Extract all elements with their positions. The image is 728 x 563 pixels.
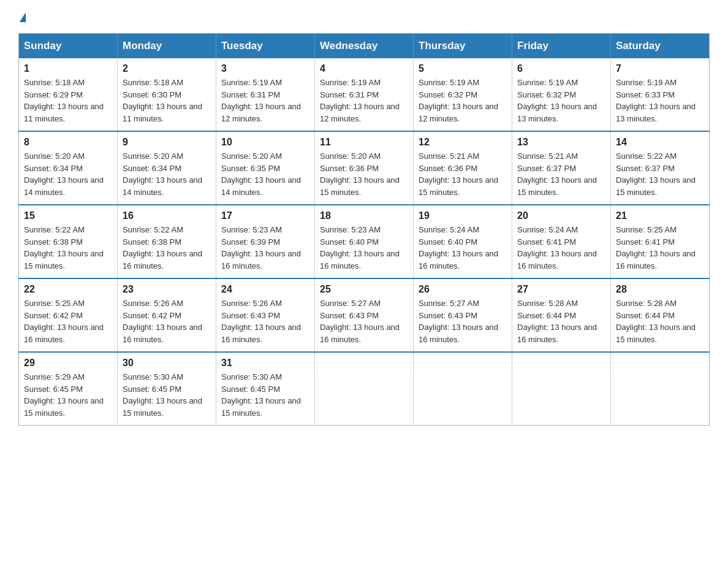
- day-number: 21: [616, 210, 704, 221]
- calendar-cell: 23 Sunrise: 5:26 AMSunset: 6:42 PMDaylig…: [118, 278, 216, 352]
- day-info: Sunrise: 5:21 AMSunset: 6:37 PMDaylight:…: [517, 151, 597, 197]
- day-info: Sunrise: 5:25 AMSunset: 6:41 PMDaylight:…: [616, 225, 696, 270]
- day-info: Sunrise: 5:28 AMSunset: 6:44 PMDaylight:…: [616, 299, 696, 344]
- day-info: Sunrise: 5:20 AMSunset: 6:36 PMDaylight:…: [320, 151, 400, 197]
- day-info: Sunrise: 5:23 AMSunset: 6:39 PMDaylight:…: [221, 225, 301, 270]
- header-thursday: Thursday: [414, 34, 512, 59]
- day-info: Sunrise: 5:20 AMSunset: 6:34 PMDaylight:…: [123, 151, 202, 197]
- calendar-cell: 16 Sunrise: 5:22 AMSunset: 6:38 PMDaylig…: [118, 205, 216, 278]
- day-number: 12: [419, 137, 507, 148]
- day-number: 5: [419, 63, 507, 74]
- day-info: Sunrise: 5:27 AMSunset: 6:43 PMDaylight:…: [419, 299, 498, 344]
- day-number: 1: [24, 63, 112, 74]
- calendar-week-2: 8 Sunrise: 5:20 AMSunset: 6:34 PMDayligh…: [19, 131, 710, 205]
- day-number: 7: [616, 63, 704, 74]
- calendar-cell: [512, 352, 611, 426]
- calendar-cell: 9 Sunrise: 5:20 AMSunset: 6:34 PMDayligh…: [118, 131, 216, 205]
- day-number: 18: [320, 210, 408, 221]
- calendar-cell: 13 Sunrise: 5:21 AMSunset: 6:37 PMDaylig…: [512, 131, 611, 205]
- day-info: Sunrise: 5:21 AMSunset: 6:36 PMDaylight:…: [419, 151, 498, 197]
- calendar-cell: 5 Sunrise: 5:19 AMSunset: 6:32 PMDayligh…: [414, 58, 512, 131]
- calendar-cell: 2 Sunrise: 5:18 AMSunset: 6:30 PMDayligh…: [118, 58, 216, 131]
- day-number: 2: [123, 63, 211, 74]
- calendar-cell: 17 Sunrise: 5:23 AMSunset: 6:39 PMDaylig…: [216, 205, 315, 278]
- day-number: 3: [221, 63, 309, 74]
- day-info: Sunrise: 5:18 AMSunset: 6:30 PMDaylight:…: [123, 78, 202, 123]
- calendar-cell: 4 Sunrise: 5:19 AMSunset: 6:31 PMDayligh…: [315, 58, 414, 131]
- day-info: Sunrise: 5:18 AMSunset: 6:29 PMDaylight:…: [24, 78, 104, 123]
- calendar-cell: 6 Sunrise: 5:19 AMSunset: 6:32 PMDayligh…: [512, 58, 611, 131]
- day-number: 6: [517, 63, 605, 74]
- day-number: 26: [419, 284, 507, 295]
- day-info: Sunrise: 5:19 AMSunset: 6:32 PMDaylight:…: [517, 78, 597, 123]
- header-monday: Monday: [118, 34, 216, 59]
- day-info: Sunrise: 5:26 AMSunset: 6:43 PMDaylight:…: [221, 299, 301, 344]
- day-info: Sunrise: 5:23 AMSunset: 6:40 PMDaylight:…: [320, 225, 400, 270]
- calendar-cell: 8 Sunrise: 5:20 AMSunset: 6:34 PMDayligh…: [19, 131, 118, 205]
- day-number: 22: [24, 284, 112, 295]
- day-number: 10: [221, 137, 309, 148]
- calendar-cell: 1 Sunrise: 5:18 AMSunset: 6:29 PMDayligh…: [19, 58, 118, 131]
- calendar-cell: 22 Sunrise: 5:25 AMSunset: 6:42 PMDaylig…: [19, 278, 118, 352]
- day-info: Sunrise: 5:28 AMSunset: 6:44 PMDaylight:…: [517, 299, 597, 344]
- calendar-cell: 27 Sunrise: 5:28 AMSunset: 6:44 PMDaylig…: [512, 278, 611, 352]
- day-info: Sunrise: 5:19 AMSunset: 6:31 PMDaylight:…: [221, 78, 301, 123]
- calendar-cell: 15 Sunrise: 5:22 AMSunset: 6:38 PMDaylig…: [19, 205, 118, 278]
- calendar-cell: 28 Sunrise: 5:28 AMSunset: 6:44 PMDaylig…: [611, 278, 710, 352]
- day-number: 25: [320, 284, 408, 295]
- calendar-cell: 29 Sunrise: 5:29 AMSunset: 6:45 PMDaylig…: [19, 352, 118, 426]
- calendar-cell: 3 Sunrise: 5:19 AMSunset: 6:31 PMDayligh…: [216, 58, 315, 131]
- day-number: 19: [419, 210, 507, 221]
- day-info: Sunrise: 5:30 AMSunset: 6:45 PMDaylight:…: [123, 372, 202, 418]
- day-number: 29: [24, 358, 112, 369]
- day-info: Sunrise: 5:26 AMSunset: 6:42 PMDaylight:…: [123, 299, 202, 344]
- day-info: Sunrise: 5:19 AMSunset: 6:31 PMDaylight:…: [320, 78, 400, 123]
- day-info: Sunrise: 5:30 AMSunset: 6:45 PMDaylight:…: [221, 372, 301, 418]
- calendar-cell: [611, 352, 710, 426]
- header-saturday: Saturday: [611, 34, 710, 59]
- calendar-cell: 21 Sunrise: 5:25 AMSunset: 6:41 PMDaylig…: [611, 205, 710, 278]
- logo-triangle-icon: [20, 12, 26, 22]
- day-info: Sunrise: 5:19 AMSunset: 6:33 PMDaylight:…: [616, 78, 696, 123]
- day-number: 20: [517, 210, 605, 221]
- calendar-cell: 14 Sunrise: 5:22 AMSunset: 6:37 PMDaylig…: [611, 131, 710, 205]
- day-number: 15: [24, 210, 112, 221]
- calendar-week-3: 15 Sunrise: 5:22 AMSunset: 6:38 PMDaylig…: [19, 205, 710, 278]
- day-number: 11: [320, 137, 408, 148]
- day-info: Sunrise: 5:27 AMSunset: 6:43 PMDaylight:…: [320, 299, 400, 344]
- calendar-cell: 25 Sunrise: 5:27 AMSunset: 6:43 PMDaylig…: [315, 278, 414, 352]
- day-info: Sunrise: 5:20 AMSunset: 6:34 PMDaylight:…: [24, 151, 104, 197]
- day-info: Sunrise: 5:29 AMSunset: 6:45 PMDaylight:…: [24, 372, 104, 418]
- day-number: 30: [123, 358, 211, 369]
- day-info: Sunrise: 5:22 AMSunset: 6:38 PMDaylight:…: [123, 225, 202, 270]
- day-number: 28: [616, 284, 704, 295]
- day-number: 8: [24, 137, 112, 148]
- day-number: 9: [123, 137, 211, 148]
- day-number: 31: [221, 358, 309, 369]
- day-number: 16: [123, 210, 211, 221]
- header-wednesday: Wednesday: [315, 34, 414, 59]
- day-number: 4: [320, 63, 408, 74]
- calendar-cell: 7 Sunrise: 5:19 AMSunset: 6:33 PMDayligh…: [611, 58, 710, 131]
- calendar-cell: 26 Sunrise: 5:27 AMSunset: 6:43 PMDaylig…: [414, 278, 512, 352]
- day-number: 14: [616, 137, 704, 148]
- calendar-cell: [315, 352, 414, 426]
- day-info: Sunrise: 5:22 AMSunset: 6:38 PMDaylight:…: [24, 225, 104, 270]
- day-number: 13: [517, 137, 605, 148]
- header-sunday: Sunday: [19, 34, 118, 59]
- calendar-cell: 11 Sunrise: 5:20 AMSunset: 6:36 PMDaylig…: [315, 131, 414, 205]
- day-info: Sunrise: 5:24 AMSunset: 6:40 PMDaylight:…: [419, 225, 498, 270]
- calendar-cell: 18 Sunrise: 5:23 AMSunset: 6:40 PMDaylig…: [315, 205, 414, 278]
- calendar-cell: [414, 352, 512, 426]
- day-info: Sunrise: 5:25 AMSunset: 6:42 PMDaylight:…: [24, 299, 104, 344]
- calendar-table: SundayMondayTuesdayWednesdayThursdayFrid…: [18, 33, 710, 426]
- calendar-week-1: 1 Sunrise: 5:18 AMSunset: 6:29 PMDayligh…: [19, 58, 710, 131]
- day-number: 24: [221, 284, 309, 295]
- calendar-header-row: SundayMondayTuesdayWednesdayThursdayFrid…: [19, 34, 710, 59]
- day-info: Sunrise: 5:24 AMSunset: 6:41 PMDaylight:…: [517, 225, 597, 270]
- day-number: 17: [221, 210, 309, 221]
- day-info: Sunrise: 5:22 AMSunset: 6:37 PMDaylight:…: [616, 151, 696, 197]
- page-header: [18, 12, 710, 22]
- calendar-week-5: 29 Sunrise: 5:29 AMSunset: 6:45 PMDaylig…: [19, 352, 710, 426]
- header-friday: Friday: [512, 34, 611, 59]
